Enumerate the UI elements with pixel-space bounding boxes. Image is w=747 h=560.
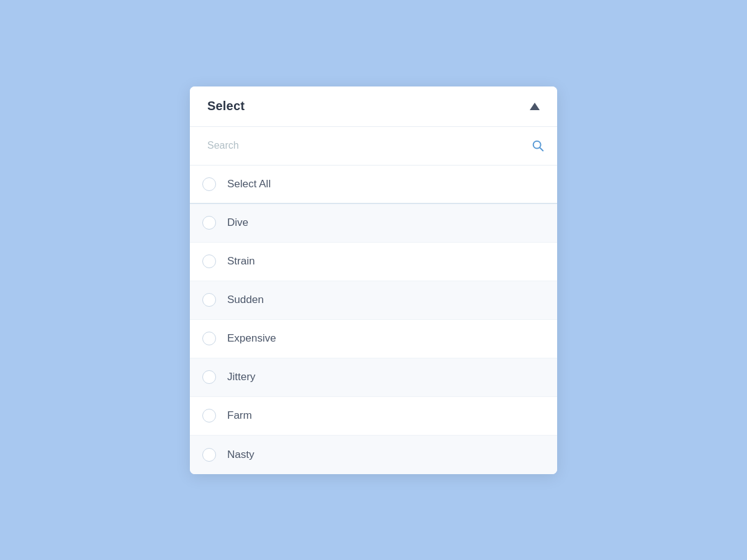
item-label-dive: Dive [227,217,248,229]
search-input[interactable] [202,140,531,151]
chevron-up-icon [530,103,540,110]
item-radio-expensive[interactable] [202,332,216,345]
search-icon [531,139,545,152]
item-radio-dive[interactable] [202,216,216,230]
svg-line-1 [540,147,543,151]
select-all-row[interactable]: Select All [190,166,557,204]
list-item[interactable]: Strain [190,243,557,281]
item-label-strain: Strain [227,255,255,268]
item-label-expensive: Expensive [227,332,276,345]
dropdown-panel: Select Select All Dive Strain Sudden [190,86,557,474]
search-row [190,127,557,166]
dropdown-header[interactable]: Select [190,86,557,127]
list-item[interactable]: Nasty [190,436,557,474]
list-item[interactable]: Jittery [190,358,557,397]
item-radio-strain[interactable] [202,254,216,268]
item-radio-sudden[interactable] [202,293,216,307]
select-all-label: Select All [227,178,271,190]
item-label-jittery: Jittery [227,371,255,383]
list-item[interactable]: Farm [190,397,557,436]
item-label-nasty: Nasty [227,449,254,461]
list-item[interactable]: Dive [190,204,557,243]
item-radio-nasty[interactable] [202,448,216,462]
item-label-farm: Farm [227,409,252,422]
list-item[interactable]: Sudden [190,281,557,320]
list-item[interactable]: Expensive [190,320,557,358]
dropdown-title: Select [207,99,245,113]
item-label-sudden: Sudden [227,294,264,306]
item-radio-farm[interactable] [202,409,216,422]
items-list: Dive Strain Sudden Expensive Jittery Far… [190,204,557,474]
item-radio-jittery[interactable] [202,370,216,384]
select-all-radio[interactable] [202,177,216,191]
